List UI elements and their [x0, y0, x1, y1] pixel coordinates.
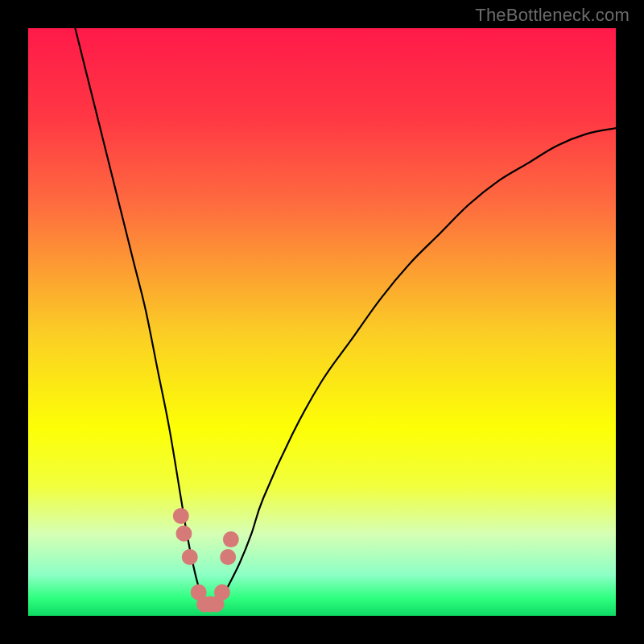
marker-dot: [223, 531, 239, 547]
marker-dot: [173, 508, 189, 524]
marker-group: [173, 508, 239, 613]
plot-area: [28, 28, 616, 616]
marker-dot: [220, 549, 236, 565]
marker-dot: [175, 526, 192, 542]
marker-dot: [182, 549, 198, 565]
marker-dot: [214, 584, 230, 601]
watermark-text: TheBottleneck.com: [475, 5, 630, 26]
bottleneck-curve: [75, 28, 616, 605]
curve-layer: [28, 28, 616, 616]
chart-frame: TheBottleneck.com: [0, 0, 644, 644]
